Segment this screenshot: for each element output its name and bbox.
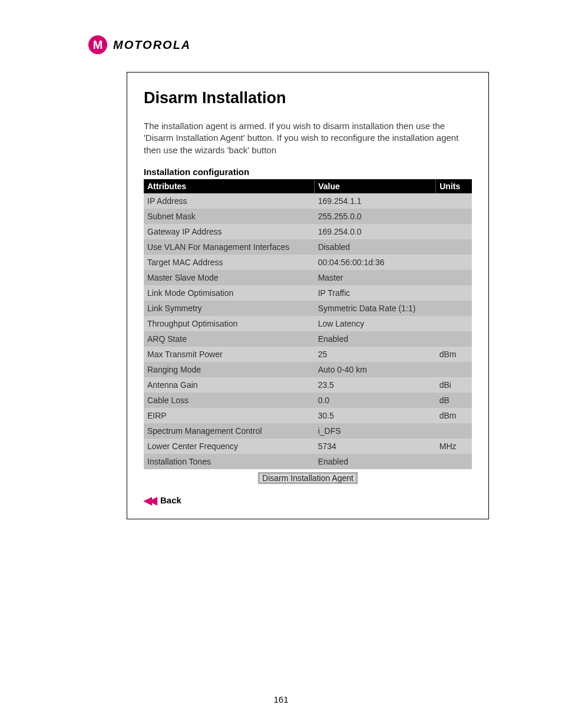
cell-attribute: IP Address — [144, 193, 315, 209]
cell-units — [436, 224, 472, 239]
cell-units — [436, 423, 472, 439]
cell-units — [436, 285, 472, 301]
cell-attribute: Target MAC Address — [144, 255, 315, 270]
cell-attribute: Gateway IP Address — [144, 224, 315, 239]
table-row: Antenna Gain23.5dBi — [144, 377, 472, 393]
cell-attribute: Installation Tones — [144, 454, 315, 469]
cell-value: i_DFS — [315, 423, 436, 439]
cell-units — [436, 316, 472, 331]
cell-units — [436, 301, 472, 316]
config-panel: Disarm Installation The installation age… — [127, 72, 489, 519]
cell-value: 25 — [315, 347, 436, 362]
cell-value: Disabled — [315, 239, 436, 255]
cell-units — [436, 331, 472, 347]
page-title: Disarm Installation — [144, 89, 472, 107]
table-row: Installation TonesEnabled — [144, 454, 472, 469]
back-label: Back — [160, 495, 181, 505]
back-link[interactable]: ◀◀ Back — [144, 494, 472, 507]
config-table: Attributes Value Units IP Address169.254… — [144, 179, 472, 487]
table-row: IP Address169.254.1.1 — [144, 193, 472, 209]
cell-units: dBi — [436, 377, 472, 393]
back-arrow-icon: ◀◀ — [144, 494, 154, 507]
cell-units — [436, 362, 472, 377]
cell-units — [436, 209, 472, 224]
cell-units: dB — [436, 393, 472, 408]
cell-attribute: EIRP — [144, 408, 315, 423]
table-row: EIRP30.5dBm — [144, 408, 472, 423]
brand-name: MOTOROLA — [113, 38, 191, 52]
cell-attribute: Antenna Gain — [144, 377, 315, 393]
table-row: Throughput OptimisationLow Latency — [144, 316, 472, 331]
cell-attribute: ARQ State — [144, 331, 315, 347]
cell-value: Enabled — [315, 331, 436, 347]
cell-units: dBm — [436, 347, 472, 362]
cell-value: IP Traffic — [315, 285, 436, 301]
cell-units — [436, 255, 472, 270]
logo-letter: M — [93, 38, 103, 52]
cell-value: 169.254.1.1 — [315, 193, 436, 209]
cell-value: 0.0 — [315, 393, 436, 408]
cell-value: 00:04:56:00:1d:36 — [315, 255, 436, 270]
brand-header: M MOTOROLA — [88, 35, 562, 54]
table-row: Gateway IP Address169.254.0.0 — [144, 224, 472, 239]
cell-attribute: Ranging Mode — [144, 362, 315, 377]
table-row: Cable Loss0.0dB — [144, 393, 472, 408]
table-row: Target MAC Address00:04:56:00:1d:36 — [144, 255, 472, 270]
cell-units — [436, 239, 472, 255]
cell-units: dBm — [436, 408, 472, 423]
cell-attribute: Link Mode Optimisation — [144, 285, 315, 301]
cell-value: Auto 0-40 km — [315, 362, 436, 377]
cell-attribute: Master Slave Mode — [144, 270, 315, 285]
cell-units: MHz — [436, 439, 472, 454]
table-row: ARQ StateEnabled — [144, 331, 472, 347]
cell-units — [436, 193, 472, 209]
col-header-value: Value — [315, 179, 436, 193]
cell-value: 5734 — [315, 439, 436, 454]
cell-value: Low Latency — [315, 316, 436, 331]
cell-attribute: Max Transmit Power — [144, 347, 315, 362]
cell-attribute: Subnet Mask — [144, 209, 315, 224]
page-number: 161 — [0, 694, 562, 704]
cell-attribute: Lower Center Frequency — [144, 439, 315, 454]
table-row: Subnet Mask255.255.0.0 — [144, 209, 472, 224]
disarm-installation-agent-button[interactable]: Disarm Installation Agent — [258, 472, 358, 484]
col-header-units: Units — [436, 179, 472, 193]
table-row: Max Transmit Power25dBm — [144, 347, 472, 362]
table-row: Lower Center Frequency5734MHz — [144, 439, 472, 454]
cell-units — [436, 454, 472, 469]
table-row: Link SymmetrySymmetric Data Rate (1:1) — [144, 301, 472, 316]
table-row: Master Slave ModeMaster — [144, 270, 472, 285]
table-row: Spectrum Management Controli_DFS — [144, 423, 472, 439]
cell-units — [436, 270, 472, 285]
section-title: Installation configuration — [144, 167, 472, 177]
document-page: M MOTOROLA Disarm Installation The insta… — [0, 0, 562, 728]
cell-value: 255.255.0.0 — [315, 209, 436, 224]
cell-value: 23.5 — [315, 377, 436, 393]
table-row: Use VLAN For Management InterfacesDisabl… — [144, 239, 472, 255]
cell-attribute: Use VLAN For Management Interfaces — [144, 239, 315, 255]
cell-value: 169.254.0.0 — [315, 224, 436, 239]
table-row: Ranging ModeAuto 0-40 km — [144, 362, 472, 377]
cell-value: Symmetric Data Rate (1:1) — [315, 301, 436, 316]
cell-attribute: Spectrum Management Control — [144, 423, 315, 439]
table-row: Link Mode OptimisationIP Traffic — [144, 285, 472, 301]
cell-attribute: Throughput Optimisation — [144, 316, 315, 331]
motorola-logo-icon: M — [88, 35, 107, 54]
col-header-attributes: Attributes — [144, 179, 315, 193]
cell-value: 30.5 — [315, 408, 436, 423]
cell-attribute: Cable Loss — [144, 393, 315, 408]
cell-value: Master — [315, 270, 436, 285]
cell-attribute: Link Symmetry — [144, 301, 315, 316]
cell-value: Enabled — [315, 454, 436, 469]
intro-text: The installation agent is armed. If you … — [144, 120, 472, 156]
